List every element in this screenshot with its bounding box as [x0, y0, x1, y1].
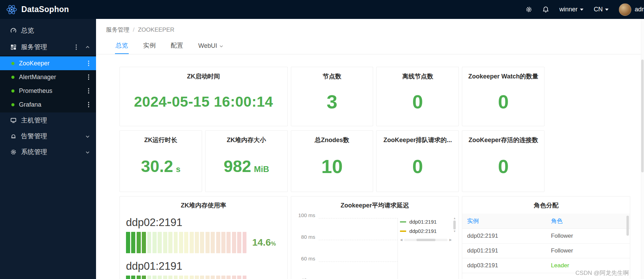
legend-swatch: [400, 221, 406, 223]
dashboard-icon: [10, 28, 17, 34]
caret-down-icon: [605, 9, 609, 11]
app-logo[interactable]: DataSophon: [0, 3, 69, 16]
sidebar-item-grafana[interactable]: Grafana: [0, 98, 96, 111]
scroll-track[interactable]: [404, 239, 447, 241]
legend-vertical-scrollbar[interactable]: ▲ ▼: [453, 217, 456, 233]
gauge-instance-label: ddp01:2191: [126, 260, 281, 272]
sidebar-item-host-management[interactable]: 主机管理: [0, 112, 96, 128]
alert-siren-icon: [10, 133, 17, 139]
brand-title: DataSophon: [21, 5, 69, 14]
avatar[interactable]: [619, 3, 631, 16]
legend-horizontal-scrollbar[interactable]: ◀ ▶: [400, 238, 452, 242]
stat-card-alive-connections: ZooKeeper存活的连接数 0: [462, 130, 545, 192]
service-more-icon[interactable]: [88, 76, 89, 78]
tab-instances[interactable]: 实例: [142, 38, 156, 54]
topbar-actions: winner CN adm: [526, 3, 644, 16]
stat-value: 10: [291, 144, 373, 192]
breadcrumb-service-management[interactable]: 服务管理: [106, 26, 129, 34]
stat-title: Zookeeper Watch的数量: [462, 67, 544, 81]
chevron-down-icon: [219, 44, 223, 48]
plot-right-border: [398, 218, 398, 279]
stat-value: 0: [377, 144, 458, 192]
scroll-left-icon[interactable]: ◀: [400, 238, 402, 242]
gauge-value: 14.6%: [252, 237, 281, 248]
stat-card-queued-requests: ZooKeeper排队请求的... 0: [376, 130, 459, 192]
sidebar-item-alert-management[interactable]: 告警管理: [0, 128, 96, 144]
gauge-segment: [174, 232, 178, 253]
service-submenu: ZooKeeper AlertManager Prometheus Grafan…: [0, 55, 96, 112]
page-scrollbar-thumb[interactable]: [641, 60, 644, 172]
column-header-role[interactable]: 角色: [546, 214, 630, 229]
cell-instance: ddp01:2191: [462, 244, 546, 258]
gauge-segment: [195, 232, 199, 253]
heap-bar-gauge: [126, 232, 247, 253]
table-scrollbar[interactable]: [626, 216, 629, 236]
tenant-dropdown[interactable]: winner: [559, 6, 583, 13]
sidebar-item-alertmanager[interactable]: AlertManager: [0, 70, 96, 84]
service-more-icon[interactable]: [88, 63, 89, 64]
tab-overview[interactable]: 总览: [115, 38, 129, 54]
gauge-segment: [200, 232, 204, 253]
datasophon-logo-icon: [6, 3, 18, 16]
gauge-segment: [195, 276, 199, 279]
language-dropdown[interactable]: CN: [594, 6, 609, 13]
chart-legend: ddp01:2191 ddp02:2191 ◀ ▶ ▲ ▼: [400, 217, 452, 242]
sidebar-item-prometheus[interactable]: Prometheus: [0, 84, 96, 98]
gauge-segment: [147, 232, 151, 253]
sidebar-item-label: 系统管理: [21, 148, 77, 157]
legend-item-ddp01[interactable]: ddp01:2191: [400, 217, 452, 226]
settings-gear-icon[interactable]: [526, 6, 532, 13]
stat-number: 30.2: [141, 157, 173, 176]
gauge-segment: [142, 232, 146, 253]
legend-item-ddp02[interactable]: ddp02:2191: [400, 226, 452, 236]
gauge-segment: [190, 276, 194, 279]
tab-label: WebUI: [198, 42, 217, 50]
table-header-row: 实例 角色: [462, 214, 630, 229]
service-management-more-icon[interactable]: [76, 46, 77, 48]
user-menu[interactable]: adm: [619, 3, 644, 16]
scroll-right-icon[interactable]: ▶: [449, 238, 452, 242]
sidebar-item-zookeeper[interactable]: ZooKeeper: [0, 56, 96, 70]
stat-card-zk-uptime: ZK运行时长 30.2 s: [119, 130, 202, 192]
service-more-icon[interactable]: [88, 90, 89, 92]
notification-bell-icon[interactable]: [542, 6, 549, 13]
stat-title: 总Znodes数: [291, 131, 373, 144]
scroll-thumb[interactable]: [416, 239, 436, 241]
stat-title: ZK启动时间: [120, 67, 287, 81]
scroll-down-icon[interactable]: ▼: [453, 230, 456, 233]
table-row[interactable]: ddp01:2191 Follower: [462, 244, 630, 258]
sidebar-item-service-management[interactable]: 服务管理: [0, 39, 96, 55]
page-scrollbar[interactable]: [641, 19, 644, 279]
breadcrumb: 服务管理 / ZOOKEEPER: [96, 19, 644, 34]
gauge-segment: [158, 276, 162, 279]
gauge-segment: [168, 276, 172, 279]
gauge-segment: [226, 276, 231, 279]
sidebar-item-system-management[interactable]: 系统管理: [0, 144, 96, 160]
stat-value: 982 MiB: [205, 144, 287, 192]
sidebar-item-label: 告警管理: [21, 132, 77, 141]
gauge-segment: [243, 276, 247, 279]
chevron-up-icon[interactable]: [85, 45, 90, 50]
table-row[interactable]: ddp02:2191 Follower: [462, 229, 630, 244]
stat-value: 0: [462, 144, 544, 192]
cell-instance: ddp03:2191: [462, 258, 546, 273]
sidebar-item-overview[interactable]: 总览: [0, 22, 96, 39]
gauge-segment: [137, 276, 141, 279]
tab-webui[interactable]: WebUI: [198, 39, 224, 54]
tab-config[interactable]: 配置: [170, 38, 184, 54]
gauge-segment: [205, 276, 210, 279]
gauge-segment: [211, 276, 215, 279]
metrics-grid: ZK启动时间 2024-05-15 16:00:14 节点数 3 离线节点数 0…: [119, 67, 630, 279]
scroll-thumb[interactable]: [453, 221, 456, 229]
stat-title: ZK运行时长: [120, 131, 202, 144]
cell-instance: ddp02:2191: [462, 229, 546, 244]
column-header-instance[interactable]: 实例: [462, 214, 546, 229]
service-more-icon[interactable]: [88, 104, 89, 105]
latency-panel: Zookeeper平均请求延迟 100 ms 80 ms 60 ms 40 ms: [291, 196, 459, 279]
panel-title: 角色分配: [462, 196, 630, 210]
scroll-up-icon[interactable]: ▲: [453, 217, 456, 220]
tab-bar: 总览 实例 配置 WebUI: [96, 38, 644, 54]
gauge-segment: [221, 276, 225, 279]
stat-title: 离线节点数: [377, 67, 458, 81]
stat-number: 982: [224, 157, 251, 176]
